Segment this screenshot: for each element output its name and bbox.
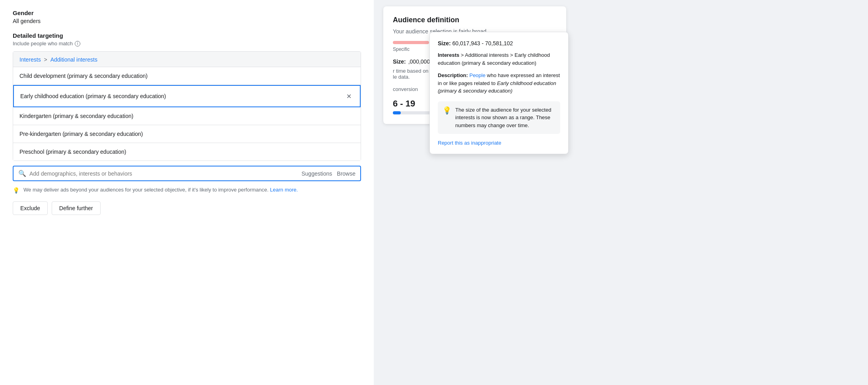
tooltip-notice-text: The size of the audience for your select… (455, 106, 555, 130)
search-bar: 🔍 Suggestions Browse (13, 166, 361, 181)
interest-text: Preschool (primary & secondary education… (19, 149, 126, 155)
report-link[interactable]: Report this as inappropriate (438, 140, 501, 146)
breadcrumb-row: Interests > Additional interests (13, 52, 361, 67)
interest-text: Kindergarten (primary & secondary educat… (19, 113, 133, 119)
tooltip-desc-label: Description: (438, 72, 468, 78)
detailed-targeting-title: Detailed targeting (13, 32, 361, 39)
tooltip-people-link[interactable]: People (469, 72, 485, 78)
interest-text: Child development (primary & secondary e… (19, 73, 148, 79)
breadcrumb-additional[interactable]: Additional interests (50, 56, 97, 63)
learn-more-link[interactable]: Learn more. (270, 187, 298, 193)
bottom-buttons: Exclude Define further (13, 201, 361, 215)
breadcrumb-sep: > (44, 56, 49, 63)
right-panel: Audience definition Your audience select… (374, 0, 868, 385)
tooltip-path: Interests > Additional interests > Early… (438, 51, 560, 67)
include-people-row: Include people who match i (13, 41, 361, 46)
tooltip-popup: Size: 60,017,943 - 70,581,102 Interests … (429, 32, 569, 154)
notice-row: 💡 We may deliver ads beyond your audienc… (13, 187, 361, 193)
list-item: Preschool (primary & secondary education… (13, 143, 361, 161)
interest-text: Pre-kindergarten (primary & secondary ed… (19, 131, 143, 137)
audience-definition-title: Audience definition (393, 16, 557, 24)
remove-interest-button[interactable]: ✕ (344, 91, 353, 101)
search-actions: Suggestions Browse (301, 170, 355, 177)
suggestions-button[interactable]: Suggestions (301, 170, 332, 177)
age-bar-fill (393, 111, 401, 114)
tooltip-path-label: Interests (438, 52, 459, 58)
tooltip-notice-box: 💡 The size of the audience for your sele… (438, 101, 560, 134)
list-item: Child development (primary & secondary e… (13, 67, 361, 85)
gender-value: All genders (13, 18, 361, 24)
define-further-button[interactable]: Define further (52, 201, 101, 215)
tooltip-size: Size: 60,017,943 - 70,581,102 (438, 40, 560, 46)
browse-button[interactable]: Browse (337, 170, 355, 177)
include-people-label: Include people who match (13, 41, 73, 46)
search-input[interactable] (29, 170, 298, 177)
tooltip-size-value: 60,017,943 - 70,581,102 (452, 40, 513, 46)
detailed-targeting-section: Detailed targeting Include people who ma… (13, 32, 361, 215)
notice-text: We may deliver ads beyond your audiences… (23, 187, 298, 193)
exclude-button[interactable]: Exclude (13, 201, 48, 215)
list-item-highlighted: Early childhood education (primary & sec… (13, 85, 361, 107)
bulb-icon: 💡 (13, 187, 19, 193)
breadcrumb-interests[interactable]: Interests (19, 56, 41, 63)
interest-text: Early childhood education (primary & sec… (20, 93, 166, 99)
size-value: ,000,000 (408, 58, 430, 65)
tooltip-description: Description: People who have expressed a… (438, 72, 560, 95)
targeting-box: Interests > Additional interests Child d… (13, 51, 361, 161)
spectrum-pink (393, 41, 429, 44)
info-icon[interactable]: i (75, 41, 80, 46)
gender-section: Gender All genders (13, 10, 361, 24)
bulb-icon-tooltip: 💡 (443, 106, 451, 115)
list-item: Pre-kindergarten (primary & secondary ed… (13, 125, 361, 143)
tooltip-size-label: Size: (438, 40, 451, 46)
spectrum-specific: Specific (393, 46, 410, 52)
size-label: Size: (393, 58, 406, 65)
gender-label: Gender (13, 10, 361, 16)
search-icon: 🔍 (18, 170, 26, 177)
list-item: Kindergarten (primary & secondary educat… (13, 107, 361, 125)
